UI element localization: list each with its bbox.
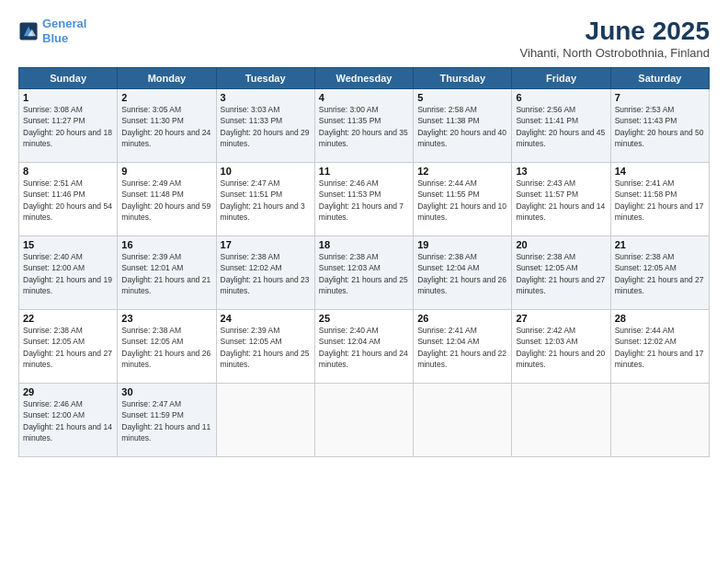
calendar-cell: 17 Sunrise: 2:38 AMSunset: 12:02 AMDayli…	[216, 236, 314, 310]
day-number: 5	[417, 92, 507, 103]
logo-line1: General	[42, 17, 86, 30]
day-info: Sunrise: 2:43 AMSunset: 11:57 PMDaylight…	[516, 178, 606, 223]
day-number: 24	[221, 313, 311, 324]
day-info: Sunrise: 2:38 AMSunset: 12:04 AMDaylight…	[417, 251, 507, 296]
day-info: Sunrise: 2:56 AMSunset: 11:41 PMDaylight…	[516, 104, 606, 149]
day-info: Sunrise: 2:53 AMSunset: 11:43 PMDaylight…	[615, 104, 705, 149]
day-number: 11	[319, 166, 409, 177]
day-info: Sunrise: 2:47 AMSunset: 11:59 PMDaylight…	[121, 398, 211, 443]
calendar-cell: 26 Sunrise: 2:41 AMSunset: 12:04 AMDayli…	[414, 310, 512, 384]
subtitle: Vihanti, North Ostrobothnia, Finland	[520, 46, 710, 60]
day-info: Sunrise: 2:38 AMSunset: 12:02 AMDaylight…	[221, 251, 311, 296]
calendar-cell: 3 Sunrise: 3:03 AMSunset: 11:33 PMDaylig…	[216, 89, 314, 163]
day-number: 3	[221, 92, 311, 103]
day-number: 25	[319, 313, 409, 324]
calendar-cell: 18 Sunrise: 2:38 AMSunset: 12:03 AMDayli…	[314, 236, 413, 310]
day-number: 1	[23, 92, 113, 103]
day-number: 29	[23, 386, 113, 397]
calendar-cell: 11 Sunrise: 2:46 AMSunset: 11:53 PMDayli…	[314, 163, 413, 236]
day-of-week-sunday: Sunday	[19, 68, 118, 89]
day-number: 7	[615, 92, 705, 103]
calendar-week-1: 1 Sunrise: 3:08 AMSunset: 11:27 PMDaylig…	[19, 89, 710, 163]
calendar-cell: 22 Sunrise: 2:38 AMSunset: 12:05 AMDayli…	[19, 310, 118, 384]
day-number: 21	[615, 239, 705, 250]
calendar-cell: 15 Sunrise: 2:40 AMSunset: 12:00 AMDayli…	[19, 236, 118, 310]
calendar-cell	[216, 384, 314, 457]
day-info: Sunrise: 2:38 AMSunset: 12:03 AMDaylight…	[319, 251, 409, 296]
day-of-week-wednesday: Wednesday	[314, 68, 413, 89]
calendar-week-3: 15 Sunrise: 2:40 AMSunset: 12:00 AMDayli…	[19, 236, 710, 310]
calendar-cell: 8 Sunrise: 2:51 AMSunset: 11:46 PMDaylig…	[19, 163, 118, 236]
calendar-cell: 10 Sunrise: 2:47 AMSunset: 11:51 PMDayli…	[216, 163, 314, 236]
calendar-cell: 30 Sunrise: 2:47 AMSunset: 11:59 PMDayli…	[118, 384, 216, 457]
day-info: Sunrise: 2:39 AMSunset: 12:05 AMDaylight…	[221, 325, 311, 370]
day-number: 19	[417, 239, 507, 250]
day-number: 23	[121, 313, 211, 324]
day-number: 14	[615, 166, 705, 177]
day-info: Sunrise: 2:38 AMSunset: 12:05 AMDaylight…	[23, 325, 113, 370]
day-info: Sunrise: 2:46 AMSunset: 12:00 AMDaylight…	[23, 398, 113, 443]
day-info: Sunrise: 2:44 AMSunset: 12:02 AMDaylight…	[615, 325, 705, 370]
day-number: 12	[417, 166, 507, 177]
calendar-week-5: 29 Sunrise: 2:46 AMSunset: 12:00 AMDayli…	[19, 384, 710, 457]
day-info: Sunrise: 2:39 AMSunset: 12:01 AMDaylight…	[121, 251, 211, 296]
day-of-week-tuesday: Tuesday	[216, 68, 314, 89]
day-number: 6	[516, 92, 606, 103]
day-of-week-saturday: Saturday	[610, 68, 709, 89]
calendar-cell: 27 Sunrise: 2:42 AMSunset: 12:03 AMDayli…	[512, 310, 610, 384]
calendar-cell: 13 Sunrise: 2:43 AMSunset: 11:57 PMDayli…	[512, 163, 610, 236]
day-info: Sunrise: 2:38 AMSunset: 12:05 AMDaylight…	[121, 325, 211, 370]
logo-icon	[18, 21, 39, 41]
day-number: 26	[417, 313, 507, 324]
logo: General Blue	[18, 17, 86, 45]
day-number: 9	[121, 166, 211, 177]
day-info: Sunrise: 2:51 AMSunset: 11:46 PMDaylight…	[23, 178, 113, 223]
calendar-cell: 16 Sunrise: 2:39 AMSunset: 12:01 AMDayli…	[118, 236, 216, 310]
day-number: 10	[221, 166, 311, 177]
calendar-cell: 23 Sunrise: 2:38 AMSunset: 12:05 AMDayli…	[118, 310, 216, 384]
calendar-cell: 2 Sunrise: 3:05 AMSunset: 11:30 PMDaylig…	[118, 89, 216, 163]
day-number: 28	[615, 313, 705, 324]
day-info: Sunrise: 3:08 AMSunset: 11:27 PMDaylight…	[23, 104, 113, 149]
calendar-header-row: SundayMondayTuesdayWednesdayThursdayFrid…	[19, 68, 710, 89]
day-of-week-friday: Friday	[512, 68, 610, 89]
main-title: June 2025	[520, 17, 710, 46]
calendar-cell	[610, 384, 709, 457]
day-info: Sunrise: 2:41 AMSunset: 12:04 AMDaylight…	[417, 325, 507, 370]
calendar-cell: 9 Sunrise: 2:49 AMSunset: 11:48 PMDaylig…	[118, 163, 216, 236]
day-number: 30	[121, 386, 211, 397]
day-info: Sunrise: 2:38 AMSunset: 12:05 AMDaylight…	[516, 251, 606, 296]
day-number: 2	[121, 92, 211, 103]
calendar-cell: 19 Sunrise: 2:38 AMSunset: 12:04 AMDayli…	[414, 236, 512, 310]
calendar-week-2: 8 Sunrise: 2:51 AMSunset: 11:46 PMDaylig…	[19, 163, 710, 236]
calendar-cell	[512, 384, 610, 457]
day-info: Sunrise: 2:58 AMSunset: 11:38 PMDaylight…	[417, 104, 507, 149]
day-number: 27	[516, 313, 606, 324]
calendar-cell: 4 Sunrise: 3:00 AMSunset: 11:35 PMDaylig…	[314, 89, 413, 163]
title-block: June 2025 Vihanti, North Ostrobothnia, F…	[520, 17, 710, 60]
logo-text: General Blue	[42, 17, 86, 45]
calendar-table: SundayMondayTuesdayWednesdayThursdayFrid…	[18, 67, 710, 457]
calendar-cell: 29 Sunrise: 2:46 AMSunset: 12:00 AMDayli…	[19, 384, 118, 457]
day-info: Sunrise: 2:42 AMSunset: 12:03 AMDaylight…	[516, 325, 606, 370]
day-number: 22	[23, 313, 113, 324]
day-info: Sunrise: 2:44 AMSunset: 11:55 PMDaylight…	[417, 178, 507, 223]
day-info: Sunrise: 2:46 AMSunset: 11:53 PMDaylight…	[319, 178, 409, 223]
page-header: General Blue June 2025 Vihanti, North Os…	[18, 17, 710, 60]
calendar-cell: 25 Sunrise: 2:40 AMSunset: 12:04 AMDayli…	[314, 310, 413, 384]
day-info: Sunrise: 2:38 AMSunset: 12:05 AMDaylight…	[615, 251, 705, 296]
calendar-cell: 28 Sunrise: 2:44 AMSunset: 12:02 AMDayli…	[610, 310, 709, 384]
day-number: 15	[23, 239, 113, 250]
calendar-cell	[314, 384, 413, 457]
day-number: 17	[221, 239, 311, 250]
day-of-week-thursday: Thursday	[414, 68, 512, 89]
calendar-cell: 7 Sunrise: 2:53 AMSunset: 11:43 PMDaylig…	[610, 89, 709, 163]
calendar-week-4: 22 Sunrise: 2:38 AMSunset: 12:05 AMDayli…	[19, 310, 710, 384]
calendar-cell: 24 Sunrise: 2:39 AMSunset: 12:05 AMDayli…	[216, 310, 314, 384]
day-info: Sunrise: 2:40 AMSunset: 12:00 AMDaylight…	[23, 251, 113, 296]
calendar-cell	[414, 384, 512, 457]
day-info: Sunrise: 2:47 AMSunset: 11:51 PMDaylight…	[221, 178, 311, 223]
day-of-week-monday: Monday	[118, 68, 216, 89]
day-info: Sunrise: 2:41 AMSunset: 11:58 PMDaylight…	[615, 178, 705, 223]
calendar-cell: 21 Sunrise: 2:38 AMSunset: 12:05 AMDayli…	[610, 236, 709, 310]
